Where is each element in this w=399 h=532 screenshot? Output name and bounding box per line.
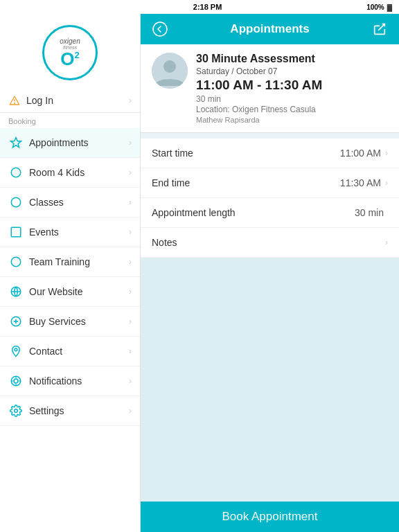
- classes-icon: [8, 195, 24, 210]
- room4kids-chevron: ›: [129, 168, 132, 177]
- sidebar-item-settings-label: Settings: [29, 405, 129, 416]
- end-time-row[interactable]: End time 11:30 AM ›: [141, 168, 399, 198]
- appointment-location: Location: Oxigen Fitness Casula: [196, 105, 388, 114]
- sidebar-item-classes-label: Classes: [29, 197, 129, 208]
- battery-icon: ▓: [387, 3, 392, 11]
- sidebar-item-room4kids-label: Room 4 Kids: [29, 167, 129, 178]
- sidebar-item-website-label: Our Website: [29, 286, 129, 297]
- svg-point-7: [11, 257, 21, 267]
- svg-point-15: [14, 379, 18, 383]
- events-icon: [8, 224, 24, 240]
- team-training-icon: [8, 254, 24, 269]
- svg-rect-6: [11, 227, 21, 237]
- sidebar-item-our-website[interactable]: Our Website ›: [0, 277, 140, 307]
- sidebar-item-notifications-label: Notifications: [29, 375, 129, 387]
- logo-circle: oxigen fitness O2: [42, 25, 98, 80]
- share-button[interactable]: [369, 18, 391, 40]
- warning-triangle-icon: [8, 94, 21, 107]
- top-nav: Appointments: [141, 14, 399, 44]
- log-in-chevron: ›: [129, 96, 132, 105]
- svg-point-5: [11, 197, 21, 207]
- logo-text-oxigen: oxigen: [60, 38, 80, 45]
- logo-inner: oxigen fitness O2: [60, 38, 80, 68]
- notifications-chevron: ›: [129, 376, 132, 386]
- notes-chevron: ›: [385, 238, 388, 247]
- website-chevron: ›: [129, 287, 132, 296]
- sidebar-item-settings[interactable]: Settings ›: [0, 396, 140, 426]
- battery-level: 100%: [366, 3, 384, 11]
- status-time: 2:18 PM: [48, 3, 366, 11]
- notifications-icon: [8, 373, 24, 389]
- appt-length-value: 30 min: [355, 207, 384, 218]
- sidebar: oxigen fitness O2 Log In › Booking: [0, 14, 141, 532]
- svg-point-20: [15, 409, 18, 413]
- appointment-date: Saturday / October 07: [196, 66, 388, 76]
- events-chevron: ›: [129, 227, 132, 237]
- content-spacer: [141, 258, 399, 502]
- plus-circle-icon: [8, 314, 24, 329]
- notes-row[interactable]: Notes ›: [141, 228, 399, 258]
- app-body: oxigen fitness O2 Log In › Booking: [0, 14, 399, 532]
- start-time-value: 11:00 AM: [340, 148, 381, 159]
- appointments-chevron: ›: [129, 138, 132, 148]
- book-appointment-button[interactable]: Book Appointment: [141, 502, 399, 532]
- logo-symbol: O2: [60, 50, 79, 68]
- sidebar-item-buy-services[interactable]: Buy Services ›: [0, 307, 140, 337]
- sidebar-item-contact[interactable]: Contact ›: [0, 337, 140, 366]
- end-time-chevron: ›: [385, 178, 388, 188]
- svg-point-21: [153, 22, 167, 36]
- room4kids-icon: [8, 165, 24, 180]
- appointment-info: 30 Minute Assessment Saturday / October …: [196, 53, 388, 124]
- sidebar-item-team-training[interactable]: Team Training ›: [0, 247, 140, 277]
- notes-label: Notes: [152, 237, 381, 248]
- appointments-icon: [8, 135, 24, 150]
- appointment-time: 11:00 AM - 11:30 AM: [196, 78, 388, 93]
- svg-point-4: [11, 168, 21, 177]
- end-time-value: 11:30 AM: [340, 177, 381, 188]
- globe-icon: [8, 284, 24, 299]
- logo-area: oxigen fitness O2: [0, 14, 140, 89]
- end-time-label: End time: [152, 177, 340, 188]
- settings-chevron: ›: [129, 406, 132, 416]
- sidebar-item-room4kids[interactable]: Room 4 Kids ›: [0, 158, 140, 188]
- team-training-chevron: ›: [129, 257, 132, 267]
- status-right: 100% ▓: [366, 3, 392, 11]
- sidebar-item-buy-services-label: Buy Services: [29, 316, 129, 327]
- nav-title: Appointments: [171, 22, 369, 36]
- svg-marker-3: [11, 138, 21, 148]
- sidebar-item-contact-label: Contact: [29, 346, 129, 357]
- start-time-label: Start time: [152, 148, 340, 159]
- sidebar-item-notifications[interactable]: Notifications ›: [0, 366, 140, 396]
- book-appointment-label: Book Appointment: [222, 510, 318, 524]
- appointment-header: 30 Minute Assessment Saturday / October …: [141, 44, 399, 133]
- svg-point-13: [15, 348, 17, 351]
- appointment-person: Mathew Rapisarda: [196, 116, 388, 124]
- svg-point-24: [163, 60, 176, 73]
- gear-icon: [8, 403, 24, 418]
- appointment-duration: 30 min: [196, 94, 388, 104]
- sidebar-item-events-label: Events: [29, 227, 129, 238]
- main-panel: Appointments 30 Minute Assessment: [141, 14, 399, 532]
- sidebar-item-classes[interactable]: Classes ›: [0, 188, 140, 218]
- start-time-row[interactable]: Start time 11:00 AM ›: [141, 139, 399, 168]
- svg-line-22: [378, 24, 384, 30]
- log-in-label: Log In: [26, 95, 129, 106]
- appt-length-label: Appointment length: [152, 207, 355, 218]
- svg-point-2: [15, 103, 15, 104]
- booking-section-label: Booking: [0, 113, 140, 128]
- sidebar-item-appointments[interactable]: Appointments ›: [0, 128, 140, 158]
- sidebar-item-appointments-label: Appointments: [29, 137, 129, 148]
- buy-services-chevron: ›: [129, 317, 132, 326]
- pin-icon: [8, 344, 24, 359]
- sidebar-item-team-training-label: Team Training: [29, 256, 129, 267]
- contact-chevron: ›: [129, 346, 132, 356]
- log-in-row[interactable]: Log In ›: [0, 89, 140, 113]
- start-time-chevron: ›: [385, 148, 388, 158]
- avatar: [152, 53, 188, 89]
- detail-section: Start time 11:00 AM › End time 11:30 AM …: [141, 139, 399, 258]
- back-button[interactable]: [149, 18, 171, 40]
- classes-chevron: ›: [129, 197, 132, 207]
- sidebar-item-events[interactable]: Events ›: [0, 218, 140, 247]
- appointment-title: 30 Minute Assessment: [196, 53, 388, 65]
- status-bar: 2:18 PM 100% ▓: [0, 0, 399, 14]
